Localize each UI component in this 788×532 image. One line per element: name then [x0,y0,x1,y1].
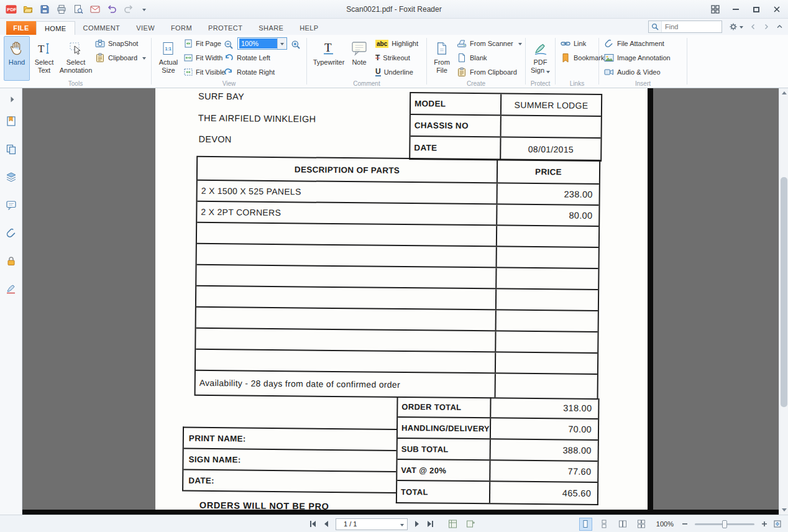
file-attachment-button[interactable]: File Attachment [604,37,664,50]
tab-comment[interactable]: COMMENT [75,21,129,35]
hand-label: Hand [9,58,25,66]
fit-visible-button[interactable]: Fit Visible [184,66,225,78]
ribbon-group-create: From File From Scanner Blank From Clipbo… [427,35,525,88]
note-button[interactable]: Note [347,36,372,81]
scroll-up-arrow[interactable] [779,88,788,98]
previous-page-button[interactable] [323,518,329,530]
ribbon-group-comment: T Typewriter Note abc Highlight T Strike… [307,35,426,88]
expand-panel-chevron-icon[interactable] [6,93,19,106]
snapshot-button[interactable]: SnapShot [95,37,138,50]
zoom-slider[interactable] [695,523,754,525]
layers-panel-icon[interactable] [5,171,17,183]
first-page-button[interactable] [309,518,317,530]
from-scanner-button[interactable]: From Scanner [457,37,522,50]
print-button[interactable] [56,4,67,15]
zoom-in-button-statusbar[interactable] [761,521,767,527]
tab-file[interactable]: FILE [6,21,36,35]
fit-width-button[interactable]: Fit Width [184,52,222,64]
audio-video-button[interactable]: Audio & Video [604,66,661,78]
hand-icon [9,39,25,58]
note-icon [351,39,367,58]
typewriter-button[interactable]: T Typewriter [312,36,346,81]
tab-help[interactable]: HELP [291,21,326,35]
invoice-signature-block: PRINT NAME: SIGN NAME: DATE: [182,427,396,493]
redo-button[interactable] [123,4,134,15]
minimize-button[interactable] [725,2,746,17]
new-tab-icon[interactable] [465,518,477,530]
group-divider [687,38,687,85]
settings-gear-icon[interactable] [729,22,743,31]
tile-view-icon[interactable] [447,518,459,530]
group-label-view: View [152,80,306,87]
rotate-right-button[interactable]: Rotate Right [224,66,275,78]
find-input[interactable] [662,22,722,32]
ribbon-scroll-left-icon[interactable] [750,24,756,30]
availability-note: Availability - 28 days from date of conf… [196,371,496,398]
rotate-left-button[interactable]: Rotate Left [224,52,270,64]
strikeout-button[interactable]: T Strikeout [375,52,410,64]
last-page-button[interactable] [426,518,434,530]
email-button[interactable] [89,4,101,15]
bookmark-button[interactable]: Bookmark [561,52,605,64]
zoom-in-button[interactable] [291,39,301,51]
zoom-level-combo[interactable]: 100% [237,37,287,50]
quick-access-caret-icon[interactable] [140,4,146,15]
next-page-button[interactable] [414,518,420,530]
pages-panel-icon[interactable] [5,143,17,155]
search-icon[interactable] [649,21,662,32]
maximize-button[interactable] [746,2,766,17]
hand-tool-button[interactable]: Hand [4,36,30,81]
from-file-button[interactable]: From File [429,36,454,81]
tab-share[interactable]: SHARE [250,21,291,35]
undo-button[interactable] [106,4,117,15]
security-panel-icon[interactable] [5,255,17,267]
zoom-slider-thumb[interactable] [722,520,727,528]
tab-view[interactable]: VIEW [128,21,163,35]
actual-size-button[interactable]: 1:1 Actual Size [155,36,181,81]
open-button[interactable] [22,4,34,15]
select-annotation-button[interactable]: Select Annotation [58,36,93,81]
scroll-down-arrow[interactable] [779,505,788,515]
facing-view-icon[interactable] [616,518,630,531]
zoom-combo-caret-icon[interactable] [277,38,286,49]
blank-button[interactable]: Blank [457,52,487,64]
underline-button[interactable]: U Underline [375,66,413,78]
highlight-button[interactable]: abc Highlight [375,37,418,50]
clipboard-button[interactable]: Clipboard [95,52,146,64]
vertical-scrollbar[interactable] [779,88,788,515]
continuous-view-icon[interactable] [598,518,611,531]
zoom-out-button[interactable] [224,39,234,51]
pdf-sign-button[interactable]: PDF Sign [527,36,554,81]
document-area[interactable]: SURF BAY THE AIRFIELD WINKLEIGH DEVON MO… [22,88,779,515]
part-description-cell [197,244,497,267]
zoom-controls: 100% [579,515,782,532]
select-text-button[interactable]: T Select Text [31,36,57,81]
save-button[interactable] [39,4,50,15]
link-button[interactable]: Link [561,37,586,50]
page-number-combo[interactable]: 1 / 1 [336,518,408,530]
scrollbar-thumb[interactable] [781,177,787,407]
close-button[interactable] [766,2,787,17]
comments-panel-icon[interactable] [5,199,17,211]
attachments-panel-icon[interactable] [5,227,17,239]
image-annotation-button[interactable]: Image Annotation [604,52,671,64]
from-clipboard-button[interactable]: From Clipboard [457,66,517,78]
info-label-cell: DATE [410,137,501,159]
collapse-ribbon-icon[interactable] [776,24,783,30]
single-page-view-icon[interactable] [579,518,592,531]
fit-page-button[interactable]: Fit Page [184,37,221,50]
zoom-out-button-statusbar[interactable] [682,521,688,527]
typewriter-icon: T [321,39,336,58]
ribbon-scroll-right-icon[interactable] [763,24,769,30]
fit-page-toggle-icon[interactable] [773,520,782,528]
continuous-facing-view-icon[interactable] [635,518,648,531]
page-combo-caret-icon[interactable] [400,524,404,526]
signature-panel-icon[interactable] [5,283,17,295]
tab-protect[interactable]: PROTECT [200,21,250,35]
tab-home[interactable]: HOME [36,21,75,35]
print-preview-button[interactable] [73,4,84,15]
window-grid-icon[interactable] [705,2,725,17]
tab-form[interactable]: FORM [163,21,200,35]
snapshot-icon [95,39,105,48]
bookmarks-panel-icon[interactable] [5,115,17,127]
